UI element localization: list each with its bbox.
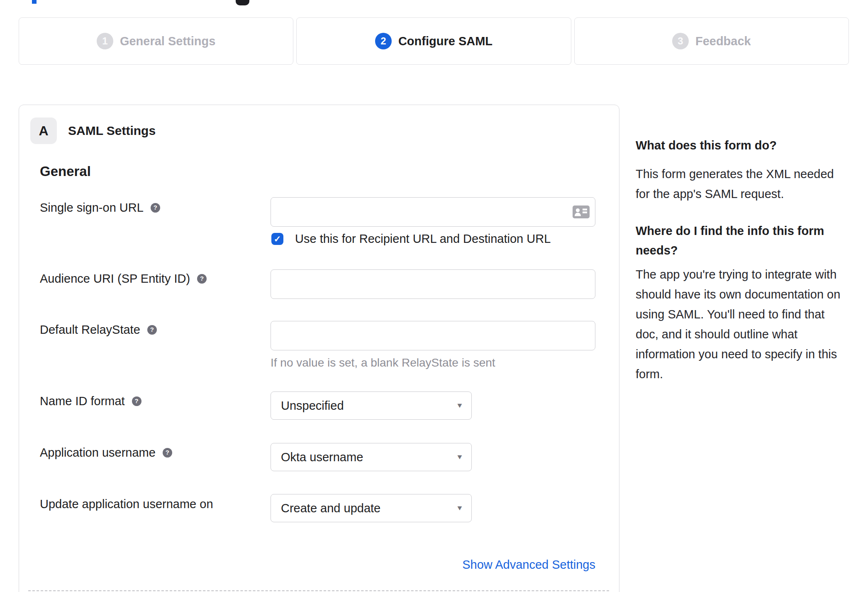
step-3-number-badge: 3 xyxy=(672,33,689,49)
panel-title: SAML Settings xyxy=(68,121,156,140)
sidebar-heading-line: needs? xyxy=(636,241,848,260)
audience-uri-label: Audience URI (SP Entity ID) ? xyxy=(40,269,207,288)
step-feedback[interactable]: 3 Feedback xyxy=(574,17,849,65)
sidebar-paragraph-line: form. xyxy=(636,364,848,384)
application-username-select[interactable]: Okta username ▼ xyxy=(271,443,472,471)
help-icon[interactable]: ? xyxy=(163,448,172,457)
chevron-down-icon: ▼ xyxy=(456,504,463,512)
recipient-url-checkbox-row: ✓ Use this for Recipient URL and Destina… xyxy=(271,232,551,246)
sidebar-paragraph-line: should have its own documentation on xyxy=(636,284,848,304)
help-icon[interactable]: ? xyxy=(151,203,160,213)
step-configure-saml[interactable]: 2 Configure SAML xyxy=(296,17,571,65)
contact-card-icon[interactable] xyxy=(573,205,590,218)
name-id-format-label: Name ID format ? xyxy=(40,392,141,410)
wizard-stepper: 1 General Settings 2 Configure SAML 3 Fe… xyxy=(19,17,849,65)
help-icon[interactable]: ? xyxy=(197,274,207,284)
saml-settings-panel: A SAML Settings General Single sign-on U… xyxy=(19,105,619,592)
sidebar-paragraph-line: The app you're trying to integrate with xyxy=(636,264,848,284)
application-username-value: Okta username xyxy=(281,450,363,464)
top-blue-fragment xyxy=(32,0,37,4)
step-1-number-badge: 1 xyxy=(97,33,113,49)
application-username-label-text: Application username xyxy=(40,443,156,462)
sidebar-heading-what: What does this form do? xyxy=(636,137,848,154)
sso-url-input[interactable] xyxy=(271,197,595,227)
name-id-format-select[interactable]: Unspecified ▼ xyxy=(271,391,472,420)
chevron-down-icon: ▼ xyxy=(456,453,463,461)
application-username-label: Application username ? xyxy=(40,443,172,462)
step-3-label: Feedback xyxy=(695,34,751,48)
sidebar-heading-line: Where do I find the info this form xyxy=(636,221,848,241)
sidebar-paragraph-line: using SAML. You'll need to find that xyxy=(636,304,848,324)
sidebar-paragraph-line: This form generates the XML needed xyxy=(636,164,848,184)
show-advanced-settings-link[interactable]: Show Advanced Settings xyxy=(271,555,595,574)
sso-url-label-text: Single sign-on URL xyxy=(40,198,144,217)
sidebar-heading-where: Where do I find the info this form needs… xyxy=(636,221,848,260)
step-2-label: Configure SAML xyxy=(398,34,493,48)
update-username-label-text: Update application username on xyxy=(40,495,213,513)
name-id-format-value: Unspecified xyxy=(281,399,344,413)
recipient-url-checkbox-label: Use this for Recipient URL and Destinati… xyxy=(295,232,551,246)
relay-state-label: Default RelayState ? xyxy=(40,320,157,339)
general-section-heading: General xyxy=(40,162,91,181)
help-icon[interactable]: ? xyxy=(132,396,141,406)
help-sidebar: What does this form do? This form genera… xyxy=(636,137,848,384)
chevron-down-icon: ▼ xyxy=(456,402,463,409)
update-username-label: Update application username on xyxy=(40,495,213,513)
step-1-label: General Settings xyxy=(120,34,215,48)
checkmark-icon: ✓ xyxy=(274,235,281,243)
sidebar-paragraph-line: for the app's SAML request. xyxy=(636,184,848,204)
recipient-url-checkbox[interactable]: ✓ xyxy=(271,233,283,245)
step-general-settings[interactable]: 1 General Settings xyxy=(19,17,293,65)
top-dark-fragment xyxy=(236,0,249,5)
audience-uri-label-text: Audience URI (SP Entity ID) xyxy=(40,269,190,288)
relay-state-input[interactable] xyxy=(271,321,595,350)
sidebar-paragraph-where: The app you're trying to integrate with … xyxy=(636,264,848,384)
audience-uri-input[interactable] xyxy=(271,269,595,299)
dashed-section-divider xyxy=(28,590,609,591)
update-username-value: Create and update xyxy=(281,501,380,515)
sidebar-paragraph-line: doc, and it should outline what xyxy=(636,324,848,344)
relay-state-hint: If no value is set, a blank RelayState i… xyxy=(271,355,495,371)
sidebar-paragraph-line: information you need to specify in this xyxy=(636,344,848,364)
update-username-select[interactable]: Create and update ▼ xyxy=(271,494,472,522)
relay-state-label-text: Default RelayState xyxy=(40,320,140,339)
sso-url-label: Single sign-on URL ? xyxy=(40,198,160,217)
section-a-badge: A xyxy=(30,117,57,144)
name-id-format-label-text: Name ID format xyxy=(40,392,125,410)
sidebar-paragraph-what: This form generates the XML needed for t… xyxy=(636,164,848,204)
step-2-number-badge: 2 xyxy=(375,33,392,49)
help-icon[interactable]: ? xyxy=(147,325,157,335)
